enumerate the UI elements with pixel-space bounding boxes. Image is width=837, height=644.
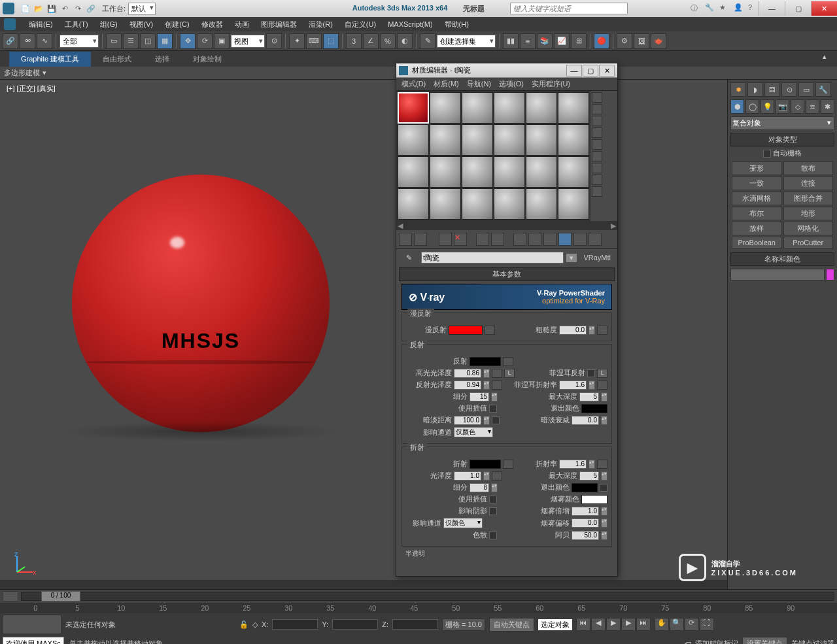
- dispersion-checkbox[interactable]: [489, 532, 497, 539]
- material-icon[interactable]: 🔴: [594, 33, 609, 49]
- material-slot[interactable]: [526, 124, 557, 156]
- link-icon[interactable]: 🔗: [3, 33, 18, 49]
- qat-link-icon[interactable]: 🔗: [85, 3, 97, 14]
- qat-save-icon[interactable]: 💾: [46, 3, 58, 14]
- get-material-icon[interactable]: [399, 233, 412, 246]
- app-icon[interactable]: [3, 3, 14, 14]
- material-slot[interactable]: [494, 124, 525, 156]
- make-unique-icon[interactable]: [491, 233, 504, 246]
- matmenu-utils[interactable]: 实用程序(U): [532, 79, 570, 89]
- keyboard-icon[interactable]: ⌨: [306, 33, 322, 49]
- backlight-icon[interactable]: [592, 104, 602, 114]
- mateditor-titlebar[interactable]: 材质编辑器 - t陶瓷 — ▢ ✕: [396, 63, 617, 78]
- rotate-icon[interactable]: ⟳: [197, 33, 213, 49]
- material-slot[interactable]: [526, 156, 557, 188]
- material-slot[interactable]: [558, 124, 589, 156]
- material-slot[interactable]: [462, 156, 493, 188]
- hierarchy-tab-icon[interactable]: ⚃: [764, 82, 780, 97]
- spinner-snap-icon[interactable]: ◐: [397, 33, 413, 49]
- slot-hscroll[interactable]: ◀▶: [396, 221, 617, 230]
- goto-start-icon[interactable]: ⏮: [576, 618, 590, 631]
- menu-grapheditors[interactable]: 图形编辑器: [256, 18, 302, 31]
- material-slot[interactable]: [430, 188, 461, 220]
- obj-loft[interactable]: 放样: [732, 222, 782, 235]
- affect-shadow-checkbox[interactable]: [489, 507, 497, 515]
- refr-maxdepth-spinner[interactable]: 5: [579, 471, 599, 481]
- ior-spinner[interactable]: 1.6: [559, 460, 587, 469]
- matmap-nav-icon[interactable]: [592, 186, 602, 197]
- fresnel-checkbox[interactable]: [587, 369, 595, 377]
- mateditor-maximize[interactable]: ▢: [583, 65, 598, 76]
- spacewarps-icon[interactable]: ≋: [806, 99, 819, 114]
- nav-max-icon[interactable]: ⛶: [700, 618, 714, 631]
- rollout-name-color[interactable]: 名称和颜色: [730, 252, 834, 266]
- unlink-icon[interactable]: ⚮: [20, 33, 35, 49]
- percent-snap-icon[interactable]: %: [380, 33, 396, 49]
- lock-button[interactable]: L: [504, 369, 515, 378]
- viewport-label[interactable]: [+] [正交] [真实]: [7, 84, 56, 93]
- help-icon[interactable]: ?: [748, 3, 759, 14]
- time-ruler[interactable]: 051015202530354045505560657075808590: [0, 603, 837, 613]
- key-filter-button[interactable]: 关键点过滤器: [791, 639, 834, 644]
- object-name-input[interactable]: [730, 269, 825, 280]
- obj-conform[interactable]: 一致: [732, 177, 782, 190]
- app-menu-icon[interactable]: [4, 18, 16, 30]
- material-slot[interactable]: [526, 92, 557, 124]
- autogrid-checkbox[interactable]: [763, 150, 771, 158]
- menu-edit[interactable]: 编辑(E): [24, 18, 58, 31]
- render-icon[interactable]: 🫖: [651, 33, 666, 49]
- select-by-mat-icon[interactable]: [592, 175, 602, 185]
- add-time-tag[interactable]: 添加时间标记: [695, 639, 738, 644]
- category-dropdown[interactable]: 复合对象: [730, 116, 834, 130]
- menu-maxscript[interactable]: MAXScript(M): [383, 19, 437, 29]
- select-rect-icon[interactable]: ◫: [140, 33, 156, 49]
- menu-customize[interactable]: 自定义(U): [339, 18, 381, 31]
- display-tab-icon[interactable]: ▭: [798, 82, 814, 97]
- obj-proboolean[interactable]: ProBoolean: [732, 237, 782, 248]
- abbe-spinner[interactable]: 50.0: [572, 531, 599, 540]
- autokey-button[interactable]: 自动关键点: [489, 618, 534, 632]
- material-slot[interactable]: [558, 92, 589, 124]
- infocenter-icon[interactable]: ⓘ: [691, 3, 701, 14]
- create-tab-icon[interactable]: ✹: [730, 82, 746, 97]
- coord-y-input[interactable]: [332, 619, 378, 630]
- reflect-map-button[interactable]: [503, 357, 513, 366]
- material-name-input[interactable]: [421, 252, 564, 263]
- eyedropper-icon[interactable]: ✎: [399, 254, 418, 262]
- diffuse-color[interactable]: [449, 326, 483, 335]
- sample-type-icon[interactable]: [592, 92, 602, 103]
- menu-help[interactable]: 帮助(H): [439, 18, 474, 31]
- refcoord-select[interactable]: 视图: [231, 35, 265, 48]
- mirror-icon[interactable]: ▮▮: [503, 33, 519, 49]
- reflect-color[interactable]: [470, 357, 501, 366]
- roughness-spinner[interactable]: 0.0: [559, 326, 587, 335]
- menu-animation[interactable]: 动画: [230, 18, 254, 31]
- video-check-icon[interactable]: [592, 139, 602, 150]
- fresnel-ior-spinner[interactable]: 1.6: [559, 381, 587, 390]
- material-slot[interactable]: [494, 188, 525, 220]
- select-name-icon[interactable]: ☰: [123, 33, 139, 49]
- timeline-config-icon[interactable]: [3, 591, 18, 602]
- mateditor-minimize[interactable]: —: [566, 65, 582, 76]
- cameras-icon[interactable]: 📷: [776, 99, 789, 114]
- menu-modifiers[interactable]: 修改器: [196, 18, 228, 31]
- shapes-icon[interactable]: ◯: [745, 99, 759, 114]
- ribbon-tab-selection[interactable]: 选择: [143, 52, 181, 67]
- material-slot[interactable]: [558, 188, 589, 220]
- motion-tab-icon[interactable]: ⊙: [781, 82, 797, 97]
- workspace-select[interactable]: 默认: [128, 3, 156, 15]
- refl-interp-checkbox[interactable]: [489, 405, 497, 413]
- time-tag-icon[interactable]: 🏷: [684, 640, 691, 645]
- menu-create[interactable]: 创建(C): [160, 18, 194, 31]
- nav-orbit-icon[interactable]: ⟳: [685, 618, 699, 631]
- reset-icon[interactable]: ✕: [454, 233, 467, 246]
- refr-gloss-spinner[interactable]: 1.0: [454, 471, 481, 481]
- refr-affect-dropdown[interactable]: 仅颜色: [443, 518, 483, 528]
- roughness-map-button[interactable]: [597, 326, 607, 335]
- star-icon[interactable]: ★: [719, 3, 730, 14]
- align-icon[interactable]: ≡: [520, 33, 536, 49]
- material-slot[interactable]: [526, 188, 557, 220]
- ribbon-tab-paint[interactable]: 对象绘制: [181, 52, 233, 67]
- ribbon-tab-graphite[interactable]: Graphite 建模工具: [9, 52, 91, 67]
- signin-icon[interactable]: 👤: [734, 3, 744, 14]
